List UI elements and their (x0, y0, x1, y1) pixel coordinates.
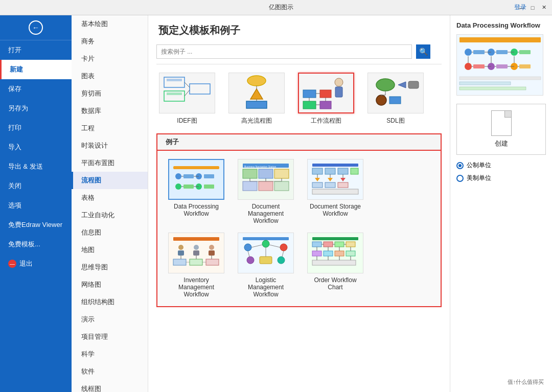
nav-item-mindmap[interactable]: 思维导图 (72, 259, 148, 276)
svg-rect-77 (209, 250, 215, 256)
nav-item-pm[interactable]: 项目管理 (72, 328, 148, 345)
template-sdl[interactable]: SDL图 (365, 73, 426, 125)
svg-marker-8 (250, 89, 263, 99)
example-order-workflow[interactable]: Order WorkflowChart (305, 233, 366, 298)
order-workflow-svg (310, 235, 361, 271)
sidebar-item-edrawviewer[interactable]: 免费Edraw Viewer (0, 215, 72, 235)
example-label-inventory: InventoryManagementWorkflow (178, 276, 214, 298)
nav-item-wireframe[interactable]: 线框图 (72, 380, 148, 392)
nav-item-industrial[interactable]: 工业自动化 (72, 206, 148, 224)
svg-marker-64 (328, 178, 333, 181)
svg-rect-136 (519, 64, 531, 68)
metric-unit-radio[interactable]: 公制单位 (456, 161, 546, 170)
svg-marker-23 (398, 82, 406, 88)
svg-rect-101 (335, 242, 344, 247)
svg-rect-73 (178, 250, 184, 256)
svg-rect-75 (193, 250, 199, 256)
svg-point-74 (194, 245, 199, 250)
nav-item-map[interactable]: 地图 (72, 241, 148, 259)
nav-item-presentation[interactable]: 演示 (72, 311, 148, 328)
svg-line-95 (248, 251, 249, 257)
doc-management-svg: Business Navigation Station (240, 161, 291, 198)
sidebar-item-import[interactable]: 导入 (0, 137, 72, 157)
sidebar-item-options[interactable]: 选项 (0, 196, 72, 215)
nav-item-software[interactable]: 软件 (72, 363, 148, 380)
back-button[interactable]: ← (29, 20, 43, 35)
svg-line-97 (282, 251, 284, 257)
svg-rect-26 (389, 97, 401, 104)
nav-item-network[interactable]: 网络图 (72, 276, 148, 293)
example-label-logistic: LogisticManagementWorkflow (248, 276, 284, 298)
svg-rect-71 (173, 237, 219, 241)
sidebar-item-saveas[interactable]: 另存为 (0, 99, 72, 118)
nav-item-database[interactable]: 数据库 (72, 102, 148, 120)
template-idef[interactable]: IDEF图 (156, 73, 218, 125)
watermark: 值↑什么值得买 (504, 377, 547, 387)
example-label-doc-management: DocumentManagementWorkflow (248, 203, 284, 224)
svg-rect-125 (519, 50, 531, 54)
data-processing-svg (171, 161, 222, 198)
sidebar-item-exit[interactable]: — 退出 (0, 254, 72, 273)
nav-item-clip[interactable]: 剪切画 (72, 85, 148, 102)
template-workflow[interactable]: 工作流程图 (295, 73, 357, 125)
example-logistic[interactable]: LogisticManagementWorkflow (235, 233, 296, 298)
svg-rect-53 (274, 181, 289, 191)
search-button[interactable]: 🔍 (416, 44, 430, 59)
center-panel: 预定义模板和例子 🔍 (148, 15, 450, 392)
example-document-management[interactable]: Business Navigation Station (235, 159, 296, 224)
sidebar-item-freetemplate[interactable]: 免费模板... (0, 235, 72, 254)
template-highflow[interactable]: 高光流程图 (226, 73, 287, 125)
create-file-icon (491, 110, 512, 136)
workflow-diagram-svg (301, 75, 352, 111)
svg-marker-66 (340, 178, 346, 181)
svg-rect-46 (259, 169, 273, 178)
template-label-sdl: SDL图 (386, 117, 404, 125)
sidebar-item-export[interactable]: 导出 & 发送 (0, 157, 72, 176)
example-inventory[interactable]: InventoryManagementWorkflow (166, 233, 227, 298)
nav-item-engineering[interactable]: 工程 (72, 120, 148, 137)
nav-item-business[interactable]: 商务 (72, 33, 148, 50)
nav-item-card[interactable]: 卡片 (72, 50, 148, 67)
nav-item-flowchart[interactable]: 流程图 (72, 172, 148, 189)
nav-item-org[interactable]: 组织结构图 (72, 293, 148, 311)
svg-point-7 (247, 76, 266, 86)
sidebar-item-close[interactable]: 关闭 (0, 176, 72, 196)
sidebar-item-new[interactable]: 新建 (0, 60, 72, 79)
maximize-btn[interactable]: □ (528, 4, 537, 12)
idef-diagram-svg (162, 75, 213, 111)
nav-item-chart[interactable]: 图表 (72, 67, 148, 85)
inventory-svg (171, 235, 222, 271)
unit-radio-group: 公制单位 美制单位 (456, 161, 546, 182)
nav-item-science[interactable]: 科学 (72, 345, 148, 363)
svg-line-3 (185, 82, 190, 87)
svg-rect-119 (459, 37, 541, 42)
example-document-storage[interactable]: Document StorageWorkflow (305, 159, 366, 224)
svg-rect-93 (260, 257, 272, 264)
nav-item-floorplan[interactable]: 平面布置图 (72, 154, 148, 172)
imperial-unit-radio[interactable]: 美制单位 (456, 174, 546, 182)
preview-svg (458, 36, 542, 95)
close-btn[interactable]: ✕ (540, 4, 548, 12)
section-header-examples: 例子 (156, 133, 442, 150)
doc-storage-svg (310, 161, 361, 198)
sidebar-item-save[interactable]: 保存 (0, 79, 72, 99)
svg-rect-17 (320, 101, 331, 109)
example-thumb-doc-management: Business Navigation Station (238, 159, 294, 200)
login-link[interactable]: 登录 (514, 3, 526, 12)
sidebar-item-open[interactable]: 打开 (0, 40, 72, 60)
create-button[interactable]: 创建 (456, 104, 546, 155)
nav-item-infographic[interactable]: 信息图 (72, 224, 148, 241)
svg-rect-146 (459, 82, 511, 85)
sidebar-item-print[interactable]: 打印 (0, 118, 72, 137)
svg-point-88 (262, 240, 269, 247)
nav-item-fashion[interactable]: 时装设计 (72, 137, 148, 154)
template-label-idef: IDEF图 (177, 117, 197, 125)
svg-rect-147 (459, 87, 526, 90)
search-input[interactable] (156, 44, 412, 59)
svg-point-25 (376, 95, 386, 105)
example-data-processing[interactable]: Data ProcessingWorkflow (166, 159, 227, 224)
svg-rect-60 (351, 168, 358, 174)
svg-rect-9 (246, 101, 267, 108)
nav-item-table[interactable]: 表格 (72, 189, 148, 206)
nav-item-basic[interactable]: 基本绘图 (72, 15, 148, 33)
